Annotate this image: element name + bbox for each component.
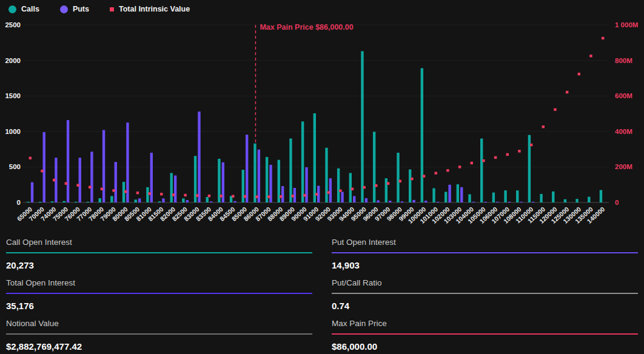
puts-bar[interactable] [508, 202, 511, 202]
intrinsic-point[interactable] [518, 150, 520, 152]
puts-bar[interactable] [198, 112, 200, 202]
calls-bar[interactable] [564, 199, 566, 202]
intrinsic-point[interactable] [220, 195, 222, 197]
puts-bar[interactable] [162, 198, 164, 202]
intrinsic-point[interactable] [351, 188, 354, 190]
intrinsic-point[interactable] [446, 169, 449, 172]
intrinsic-point[interactable] [41, 170, 43, 172]
calls-bar[interactable] [540, 194, 542, 202]
intrinsic-point[interactable] [578, 73, 580, 75]
intrinsic-point[interactable] [482, 159, 485, 162]
intrinsic-point[interactable] [76, 184, 79, 186]
calls-bar[interactable] [51, 201, 53, 202]
calls-bar[interactable] [39, 202, 41, 202]
intrinsic-point[interactable] [399, 180, 401, 182]
intrinsic-point[interactable] [196, 194, 198, 196]
puts-bar[interactable] [341, 192, 343, 202]
calls-bar[interactable] [158, 201, 161, 202]
puts-bar[interactable] [233, 201, 236, 202]
intrinsic-point[interactable] [148, 192, 150, 195]
puts-bar[interactable] [79, 158, 81, 202]
calls-bar[interactable] [575, 199, 578, 202]
intrinsic-point[interactable] [327, 191, 329, 193]
intrinsic-point[interactable] [530, 144, 532, 146]
intrinsic-point[interactable] [112, 189, 115, 192]
calls-bar[interactable] [182, 198, 184, 202]
calls-bar[interactable] [301, 121, 304, 202]
puts-bar[interactable] [43, 132, 45, 202]
calls-bar[interactable] [552, 192, 554, 202]
legend-item-calls[interactable]: Calls [8, 5, 39, 13]
calls-bar[interactable] [504, 190, 506, 202]
puts-bar[interactable] [401, 201, 403, 202]
puts-bar[interactable] [90, 152, 93, 202]
calls-bar[interactable] [98, 198, 101, 202]
calls-bar[interactable] [468, 195, 471, 202]
intrinsic-point[interactable] [602, 37, 604, 39]
puts-bar[interactable] [472, 202, 475, 202]
intrinsic-point[interactable] [458, 165, 461, 168]
puts-bar[interactable] [115, 162, 117, 202]
intrinsic-point[interactable] [471, 162, 473, 164]
puts-bar[interactable] [150, 153, 153, 202]
puts-bar[interactable] [448, 185, 451, 202]
puts-bar[interactable] [389, 201, 391, 202]
calls-bar[interactable] [432, 189, 435, 202]
calls-bar[interactable] [480, 139, 483, 202]
calls-bar[interactable] [134, 199, 136, 202]
calls-bar[interactable] [87, 202, 89, 202]
puts-bar[interactable] [496, 202, 498, 202]
puts-bar[interactable] [520, 202, 522, 202]
puts-bar[interactable] [365, 198, 367, 202]
intrinsic-point[interactable] [208, 195, 210, 197]
intrinsic-point[interactable] [136, 192, 139, 194]
puts-bar[interactable] [329, 178, 332, 202]
calls-bar[interactable] [170, 173, 173, 202]
intrinsic-point[interactable] [124, 190, 127, 193]
calls-bar[interactable] [492, 193, 495, 202]
intrinsic-point[interactable] [267, 195, 270, 198]
puts-bar[interactable] [305, 167, 307, 202]
intrinsic-point[interactable] [542, 125, 545, 128]
calls-bar[interactable] [289, 139, 292, 202]
calls-bar[interactable] [385, 178, 387, 202]
intrinsic-point[interactable] [375, 184, 377, 187]
puts-bar[interactable] [210, 201, 212, 202]
intrinsic-point[interactable] [554, 109, 556, 111]
calls-bar[interactable] [516, 190, 518, 202]
puts-bar[interactable] [138, 198, 141, 202]
calls-bar[interactable] [600, 190, 602, 202]
open-interest-chart[interactable]: 00500200M1000400M1500600M2000800M25001 0… [0, 18, 644, 233]
puts-bar[interactable] [258, 150, 260, 202]
intrinsic-point[interactable] [566, 91, 568, 93]
puts-bar[interactable] [246, 135, 248, 202]
intrinsic-point[interactable] [291, 195, 293, 197]
calls-bar[interactable] [206, 197, 209, 202]
intrinsic-point[interactable] [315, 193, 318, 195]
intrinsic-point[interactable] [255, 195, 258, 198]
puts-bar[interactable] [353, 196, 355, 202]
calls-bar[interactable] [588, 197, 590, 202]
calls-bar[interactable] [337, 169, 340, 202]
puts-bar[interactable] [31, 182, 33, 202]
legend-item-puts[interactable]: Puts [60, 5, 89, 13]
puts-bar[interactable] [67, 120, 69, 202]
calls-bar[interactable] [397, 153, 399, 202]
calls-bar[interactable] [444, 192, 447, 202]
calls-bar[interactable] [457, 184, 459, 202]
intrinsic-point[interactable] [29, 157, 32, 159]
puts-bar[interactable] [532, 202, 534, 202]
puts-bar[interactable] [412, 200, 415, 202]
intrinsic-point[interactable] [363, 186, 365, 189]
calls-bar[interactable] [373, 132, 375, 202]
intrinsic-point[interactable] [232, 195, 234, 198]
intrinsic-point[interactable] [184, 194, 186, 196]
calls-bar[interactable] [361, 51, 363, 202]
intrinsic-point[interactable] [172, 193, 175, 196]
intrinsic-point[interactable] [411, 178, 413, 180]
puts-bar[interactable] [424, 201, 427, 202]
calls-bar[interactable] [27, 202, 29, 202]
puts-bar[interactable] [437, 202, 439, 202]
calls-bar[interactable] [325, 148, 327, 202]
intrinsic-point[interactable] [423, 175, 425, 177]
